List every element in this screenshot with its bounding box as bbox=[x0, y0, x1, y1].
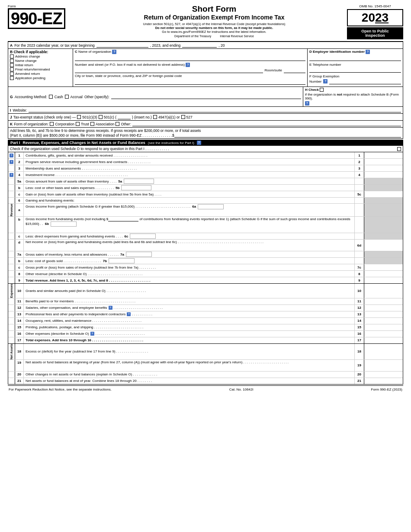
line7b-num: b bbox=[15, 258, 24, 264]
room-suite-label: Room/suite bbox=[265, 68, 282, 72]
form-org-label: K bbox=[10, 122, 13, 126]
line1-amount bbox=[364, 152, 403, 158]
line15-num: 15 bbox=[15, 324, 24, 330]
line14-num: 14 bbox=[15, 318, 24, 324]
line12-info[interactable]: ? bbox=[109, 306, 112, 310]
line3-box-label: 3 bbox=[354, 165, 364, 171]
net-assets-side-label: Net Assets bbox=[10, 344, 13, 359]
line6c-gray bbox=[364, 233, 403, 239]
group-exemption-info[interactable]: ? bbox=[323, 79, 328, 83]
line6-num: 6 bbox=[15, 198, 24, 203]
line21-amount bbox=[364, 378, 403, 384]
line1-desc: Contributions, gifts, grants, and simila… bbox=[24, 152, 354, 158]
line5a-gray bbox=[364, 178, 403, 184]
section-a-label: A bbox=[10, 43, 13, 48]
line4-box-label: 4 bbox=[354, 172, 364, 178]
address-info[interactable]: ? bbox=[186, 63, 190, 67]
check-527[interactable] bbox=[181, 115, 185, 119]
check-4947[interactable] bbox=[153, 115, 157, 119]
line16-info[interactable]: ? bbox=[90, 332, 94, 336]
line6-spacer bbox=[354, 198, 364, 203]
paperwork-notice: For Paperwork Reduction Act Notice, see … bbox=[9, 388, 112, 391]
line11-num: 11 bbox=[15, 298, 24, 304]
other-org-label: Other: bbox=[121, 122, 131, 126]
line16-num: 16 bbox=[15, 331, 24, 337]
line15-desc: Printing, publications, postage, and shi… bbox=[24, 324, 354, 330]
check-501c[interactable] bbox=[99, 115, 103, 119]
tax-status-text: Tax-exempt status (check only one) — bbox=[13, 115, 76, 119]
part-i-instructions: (see the instructions for Part I) bbox=[148, 141, 194, 145]
accrual-label: Accrual bbox=[71, 95, 83, 99]
check-amended-return[interactable]: Amended return bbox=[10, 72, 71, 76]
line18-box-label: 18 bbox=[354, 344, 364, 359]
line3-desc: Membership dues and assessments . . . . … bbox=[24, 165, 354, 171]
line7b-gray bbox=[364, 258, 403, 264]
line12-amount bbox=[364, 305, 403, 311]
line11-amount bbox=[364, 298, 403, 304]
line15-box-label: 15 bbox=[354, 324, 364, 330]
line4-info[interactable]: ? bbox=[10, 173, 13, 177]
line14-amount bbox=[364, 318, 403, 324]
line5b-desc: Less: cost or other basis and sales expe… bbox=[24, 185, 354, 191]
check-trust[interactable] bbox=[76, 122, 80, 126]
line7b-desc: Less: cost of goods sold . . . . . . . .… bbox=[24, 258, 354, 264]
line10-amount bbox=[364, 284, 403, 298]
check-other-org[interactable] bbox=[116, 122, 119, 126]
line1-info[interactable]: ? bbox=[10, 154, 13, 157]
subtitle1: Under section 501(c), 527, or 4947(a)(1)… bbox=[86, 22, 343, 26]
check-accrual[interactable] bbox=[65, 95, 69, 99]
section-a-20: , 20 bbox=[218, 43, 225, 48]
line13-num: 13 bbox=[15, 311, 24, 317]
line13-info[interactable]: ? bbox=[127, 312, 131, 316]
line4-desc: Investment income . . . . . . . . . . . … bbox=[24, 172, 354, 178]
line7c-num: c bbox=[15, 264, 24, 270]
line8-amount bbox=[364, 271, 403, 277]
insert-no-label: ) (insert no.) bbox=[132, 115, 152, 119]
line6d-amount bbox=[364, 240, 403, 251]
line5c-num: c bbox=[15, 191, 24, 197]
check-initial-return[interactable]: Initial return bbox=[10, 63, 71, 67]
line11-box-label: 11 bbox=[354, 298, 364, 304]
check-name-change[interactable]: Name change bbox=[10, 59, 71, 63]
check-501c3[interactable] bbox=[77, 115, 81, 119]
section-d-info[interactable]: ? bbox=[366, 50, 370, 54]
line6b-gray bbox=[364, 217, 403, 233]
line6b-spacer bbox=[354, 217, 364, 233]
omb-number: OMB No. 1545-0047 bbox=[347, 4, 403, 8]
line6-desc: Gaming and fundraising events: bbox=[24, 198, 354, 203]
line14-box-label: 14 bbox=[354, 318, 364, 324]
line2-box-label: 2 bbox=[354, 159, 364, 165]
line5c-amount bbox=[364, 191, 403, 197]
cash-label: Cash bbox=[55, 95, 63, 99]
line6a-gray bbox=[364, 204, 403, 216]
check-cash[interactable] bbox=[49, 95, 53, 99]
line9-box-label: 9 bbox=[354, 277, 364, 283]
check-schedule-h[interactable] bbox=[320, 88, 324, 92]
line6-gray bbox=[364, 198, 403, 203]
line5a-num: 5a bbox=[15, 178, 24, 184]
check-application-pending[interactable]: Application pending bbox=[10, 76, 71, 80]
check-association[interactable] bbox=[90, 122, 94, 126]
subtitle2: Do not enter social security numbers on … bbox=[86, 26, 343, 30]
section-d-label: D Employer identification number ? bbox=[309, 50, 401, 54]
accounting-label: G bbox=[10, 95, 13, 99]
line6d-num: d bbox=[15, 240, 24, 251]
line2-info[interactable]: ? bbox=[10, 160, 13, 164]
line13-box-label: 13 bbox=[354, 311, 364, 317]
tax-year: 2023 bbox=[347, 9, 403, 26]
section-b-label: B Check if applicable: bbox=[10, 50, 71, 54]
check-corporation[interactable] bbox=[50, 122, 54, 126]
check-schedule-o[interactable] bbox=[397, 147, 401, 151]
check-address-change[interactable]: Address change bbox=[10, 54, 71, 58]
line20-amount bbox=[364, 372, 403, 378]
check-final-return[interactable]: Final return/terminated bbox=[10, 67, 71, 71]
schedule-h-info[interactable]: ? bbox=[305, 101, 309, 106]
501c3-label: 501(c)(3) bbox=[82, 115, 97, 119]
line6c-num: c bbox=[15, 233, 24, 239]
return-title: Return of Organization Exempt From Incom… bbox=[86, 14, 343, 21]
line9-amount bbox=[364, 277, 403, 283]
part-i-info[interactable]: ? bbox=[197, 141, 201, 145]
line18-num: 18 bbox=[15, 344, 24, 359]
section-c-info[interactable]: ? bbox=[112, 50, 116, 54]
line12-num: 12 bbox=[15, 305, 24, 311]
